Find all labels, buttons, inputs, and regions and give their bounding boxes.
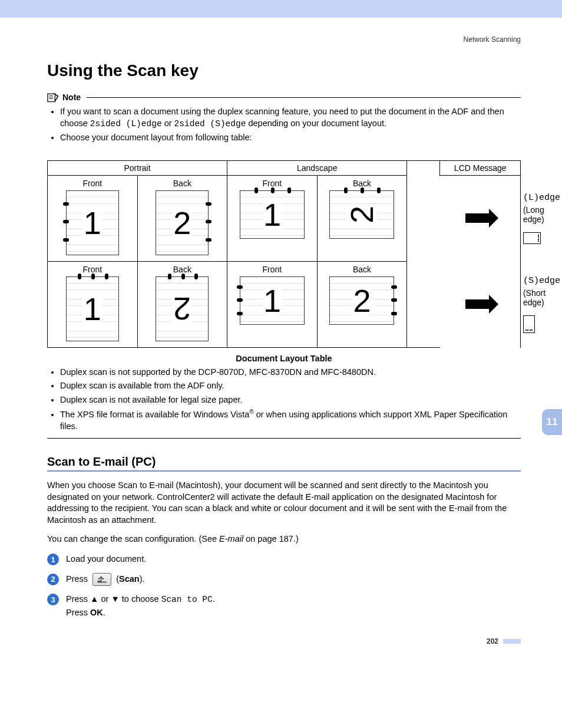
note-icon <box>47 92 59 103</box>
doc-landscape-front-1-s: 1 <box>240 276 305 325</box>
page-title: Using the Scan key <box>47 61 521 80</box>
sub-back: Back <box>139 179 226 188</box>
sub-back: Back <box>319 179 406 188</box>
sub-front: Front <box>49 179 136 188</box>
top-bar <box>0 0 562 18</box>
doc-portrait-front-1: 1 <box>66 190 119 255</box>
table-header-portrait: Portrait <box>48 160 227 175</box>
step-number-badge: 1 <box>47 554 59 565</box>
section-rule <box>47 470 521 472</box>
chapter-tab: 11 <box>542 409 562 435</box>
doc-portrait-back-2: 2 <box>156 190 209 255</box>
note-rule <box>87 97 521 98</box>
note-item: Choose your document layout from followi… <box>60 132 521 144</box>
bullet-item: Duplex scan is not supported by the DCP-… <box>60 367 521 378</box>
sub-back: Back <box>319 265 406 274</box>
doc-portrait-back-2-s: 2 <box>156 276 209 341</box>
arrow-right-icon <box>465 213 489 223</box>
step-2: 2 Press (Scan). <box>47 573 521 586</box>
doc-landscape-back-2-rot: 2 <box>329 190 394 239</box>
sub-back: Back <box>139 265 226 274</box>
scan-key-icon <box>92 573 111 586</box>
table-header-landscape: Landscape <box>227 160 407 175</box>
table-caption: Document Layout Table <box>47 354 521 363</box>
body-paragraph: When you choose Scan to E-mail (Macintos… <box>47 480 521 526</box>
bullet-item: Duplex scan is available from the ADF on… <box>60 380 521 392</box>
doc-landscape-front-1: 1 <box>240 190 305 239</box>
body-paragraph: You can change the scan configuration. (… <box>47 533 521 545</box>
doc-landscape-back-2-s: 2 <box>329 276 394 325</box>
note-item: If you want to scan a document using the… <box>60 106 521 130</box>
note-label: Note <box>62 93 81 102</box>
document-layout-table: Portrait Landscape LCD Message Front 1 B… <box>47 160 521 348</box>
note-end-rule <box>47 438 521 439</box>
long-edge-icon <box>523 232 541 244</box>
breadcrumb: Network Scanning <box>0 35 521 44</box>
svg-rect-0 <box>48 94 55 101</box>
sub-front: Front <box>229 265 316 274</box>
bullet-item: The XPS file format is available for Win… <box>60 408 521 432</box>
step-1: 1 Load your document. <box>47 553 521 566</box>
sub-front: Front <box>49 265 136 274</box>
arrow-right-icon <box>465 299 489 309</box>
step-3: 3 Press ▲ or ▼ to choose Scan to PC. Pre… <box>47 593 521 620</box>
bullet-item: Duplex scan is not available for legal s… <box>60 394 521 406</box>
step-number-badge: 2 <box>47 574 59 585</box>
note-block: Note If you want to scan a document usin… <box>47 92 521 144</box>
section-heading: Scan to E-mail (PC) <box>47 455 521 469</box>
page-number: 202 <box>0 637 521 645</box>
step-number-badge: 3 <box>47 594 59 605</box>
short-edge-icon <box>523 315 535 333</box>
table-header-lcd: LCD Message <box>440 160 521 175</box>
doc-portrait-front-1-s: 1 <box>66 276 119 341</box>
sub-front: Front <box>229 179 316 188</box>
